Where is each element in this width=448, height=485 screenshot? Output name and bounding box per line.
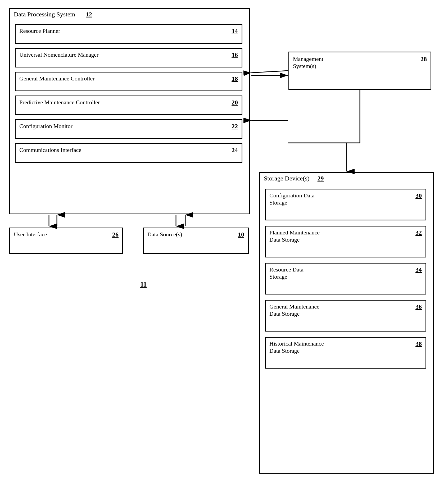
pmds-label-line2: Data Storage bbox=[269, 236, 300, 243]
mgmt-ref: 28 bbox=[420, 56, 427, 63]
resource-planner-box: Resource Planner 14 bbox=[15, 24, 242, 44]
cds-label-line2: Storage bbox=[269, 199, 287, 206]
hmds-ref: 38 bbox=[415, 340, 422, 347]
unm-ref: 16 bbox=[232, 51, 238, 58]
storage-device-outer-box: Storage Device(s) 29 Configuration Data … bbox=[259, 172, 434, 474]
management-system-box: Management 28 System(s) bbox=[288, 52, 431, 90]
gmds-label-line2: Data Storage bbox=[269, 310, 300, 317]
storage-title-label: Storage Device(s) bbox=[264, 175, 310, 182]
dps-ref: 12 bbox=[86, 11, 92, 18]
ui-label: User Interface bbox=[14, 231, 47, 238]
ds-ref: 10 bbox=[238, 231, 244, 238]
diagram: Data Processing System 12 Resource Plann… bbox=[0, 0, 448, 485]
resource-data-storage-box: Resource Data 34 Storage bbox=[265, 263, 426, 294]
cm-label: Configuration Monitor bbox=[19, 123, 73, 130]
mgmt-label-line2: System(s) bbox=[293, 63, 316, 70]
cds-label-line1: Configuration Data bbox=[269, 192, 314, 199]
historical-maintenance-storage-box: Historical Maintenance 38 Data Storage bbox=[265, 337, 426, 369]
hmds-label-line1: Historical Maintenance bbox=[269, 340, 324, 347]
planned-maintenance-storage-box: Planned Maintenance 32 Data Storage bbox=[265, 226, 426, 257]
dps-title: Data Processing System 12 bbox=[14, 11, 92, 18]
cm-ref: 22 bbox=[232, 123, 238, 130]
pmc-label: Predictive Maintenance Controller bbox=[19, 99, 100, 106]
pmc-box: Predictive Maintenance Controller 20 bbox=[15, 96, 242, 115]
cds-ref: 30 bbox=[415, 192, 422, 199]
resource-planner-ref: 14 bbox=[232, 28, 238, 35]
ci-label: Communications Interface bbox=[19, 147, 81, 153]
gmc-box: General Maintenance Controller 18 bbox=[15, 72, 242, 91]
rds-label-line1: Resource Data bbox=[269, 266, 304, 273]
mgmt-label-line1: Management bbox=[293, 56, 323, 63]
ui-ref: 26 bbox=[112, 231, 119, 238]
pmds-ref: 32 bbox=[415, 229, 422, 236]
gmds-label-line1: General Maintenance bbox=[269, 303, 319, 310]
mgmt-to-gmc-arrow bbox=[251, 71, 288, 73]
rds-label-line2: Storage bbox=[269, 273, 287, 280]
dps-label: Data Processing System bbox=[14, 11, 75, 18]
resource-planner-label: Resource Planner bbox=[19, 28, 60, 34]
user-interface-box: User Interface 26 bbox=[9, 228, 123, 254]
hmds-label-line2: Data Storage bbox=[269, 347, 300, 354]
storage-title: Storage Device(s) 29 bbox=[264, 175, 324, 182]
storage-ref: 29 bbox=[318, 175, 324, 182]
dps-outer-box: Data Processing System 12 Resource Plann… bbox=[9, 8, 250, 214]
config-data-storage-box: Configuration Data 30 Storage bbox=[265, 189, 426, 220]
gmc-ref: 18 bbox=[232, 75, 238, 82]
ds-label: Data Source(s) bbox=[147, 231, 182, 238]
pmc-ref: 20 bbox=[232, 99, 238, 106]
unm-label: Universal Nomenclature Manager bbox=[19, 51, 98, 58]
figure-label: 11 bbox=[140, 280, 147, 288]
gmc-label: General Maintenance Controller bbox=[19, 75, 95, 82]
general-maintenance-storage-box: General Maintenance 36 Data Storage bbox=[265, 300, 426, 332]
rds-ref: 34 bbox=[415, 266, 422, 273]
cm-box: Configuration Monitor 22 bbox=[15, 119, 242, 139]
pmds-label-line1: Planned Maintenance bbox=[269, 229, 320, 236]
gmds-ref: 36 bbox=[415, 303, 422, 310]
data-source-box: Data Source(s) 10 bbox=[143, 228, 249, 254]
ci-ref: 24 bbox=[232, 147, 238, 154]
ci-box: Communications Interface 24 bbox=[15, 143, 242, 163]
unm-box: Universal Nomenclature Manager 16 bbox=[15, 48, 242, 67]
